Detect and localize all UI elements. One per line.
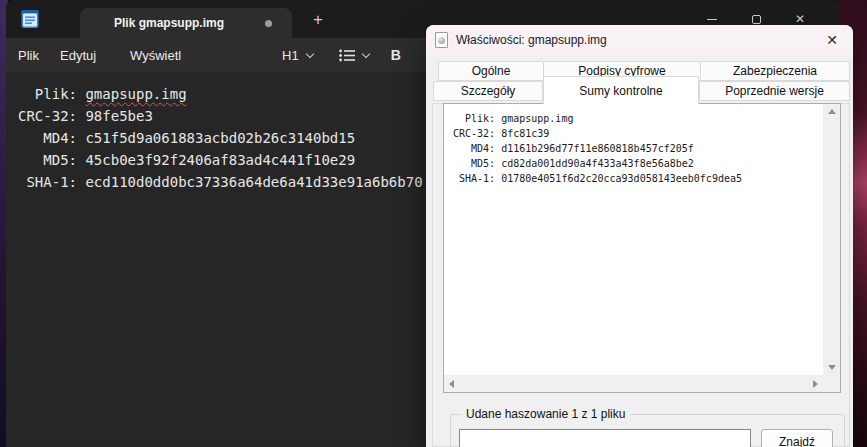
vertical-scrollbar[interactable] [823,104,840,375]
bold-label: B [391,47,401,63]
checksum-line: SHA-1: 01780e4051f6d2c20cca93d058143eeb0… [453,171,823,186]
hash-search-group: Udane haszowanie 1 z 1 pliku Znajdź [450,414,845,447]
checksum-line: Plik: gmapsupp.img [453,111,823,126]
new-tab-button[interactable]: + [304,7,332,33]
file-icon [435,32,448,48]
hash-status-label: Udane haszowanie 1 z 1 pliku [461,407,630,421]
tab-zabezpieczenia[interactable]: Zabezpieczenia [700,61,850,81]
editor-tab[interactable]: Plik gmapsupp.img [80,8,292,38]
tab-szczegoly[interactable]: Szczegóły [433,81,543,101]
horizontal-scrollbar[interactable] [444,375,823,392]
checksum-line: CRC-32: 8fc81c39 [453,126,823,141]
checksum-output-box[interactable]: Plik: gmapsupp.img CRC-32: 8fc81c39 MD4:… [443,103,841,393]
plus-icon: + [313,10,323,30]
tab-poprzednie-wersje[interactable]: Poprzednie wersje [699,81,850,101]
screen: Plik gmapsupp.img + ✕ Plik Edytuj Wyświe… [0,0,867,447]
scrollbar-corner [823,375,840,392]
checksum-line: MD4: d1161b296d77f11e860818b457cf205f [453,141,823,156]
bold-button[interactable]: B [385,41,407,69]
hash-search-input[interactable] [459,429,751,447]
chevron-down-icon [305,49,313,57]
formatting-toolbar: H1 B [276,38,407,72]
heading-style-button[interactable]: H1 [276,41,319,69]
list-style-button[interactable] [333,41,375,69]
dialog-title-bar: Właściwości: gmapsupp.img ✕ [426,25,853,55]
close-icon: ✕ [826,32,838,48]
maximize-icon [752,15,761,24]
checksum-text: Plik: gmapsupp.img CRC-32: 8fc81c39 MD4:… [444,104,823,375]
unsaved-indicator-dot [265,20,272,27]
scroll-up-icon[interactable] [828,109,836,114]
heading-style-label: H1 [282,48,299,63]
dialog-close-button[interactable]: ✕ [815,25,849,55]
scroll-down-icon[interactable] [828,365,836,370]
tab-sumy-kontrolne[interactable]: Sumy kontrolne [543,76,699,104]
misspelled-word: gmapsupp.img [85,86,186,102]
scroll-right-icon[interactable] [813,380,818,388]
checksum-line: MD5: cd82da001dd90a4f433a43f8e56a8be2 [453,156,823,171]
properties-dialog: Właściwości: gmapsupp.img ✕ Ogólne Podpi… [426,25,853,447]
close-icon: ✕ [795,13,805,25]
minimize-icon [707,19,717,20]
bullet-list-icon [339,49,355,62]
menu-wyswietl[interactable]: Wyświetl [130,38,181,72]
menu-plik[interactable]: Plik [18,38,39,72]
scroll-left-icon[interactable] [449,380,454,388]
find-button[interactable]: Znajdź [761,429,833,447]
dialog-title: Właściwości: gmapsupp.img [456,25,607,55]
editor-tab-title: Plik gmapsupp.img [114,16,224,30]
find-button-label: Znajdź [779,435,815,447]
tab-ogolne[interactable]: Ogólne [438,61,544,81]
notepad-app-icon [20,9,40,29]
menu-edytuj[interactable]: Edytuj [60,38,96,72]
chevron-down-icon [361,49,369,57]
